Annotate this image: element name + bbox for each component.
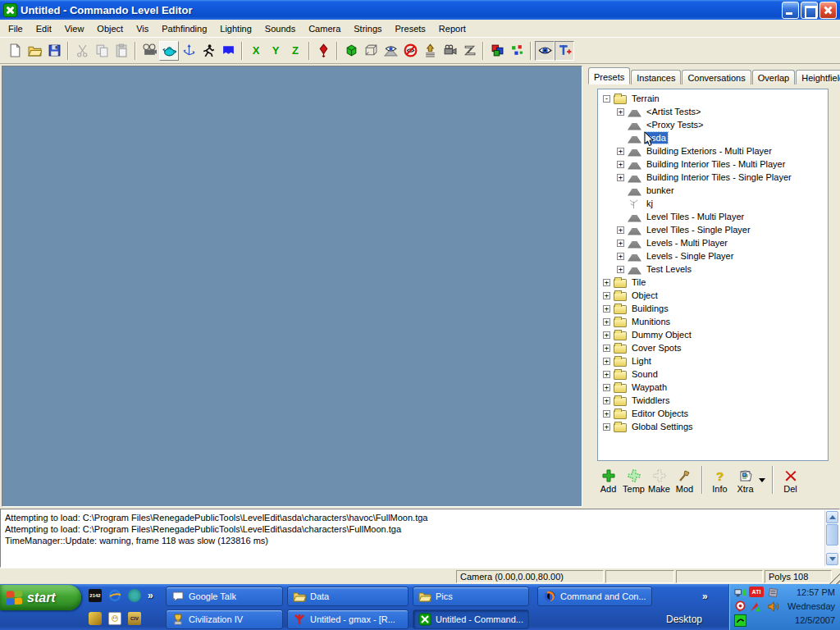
waypoint-flag-icon[interactable] [218,41,238,61]
tree-expander-icon[interactable]: + [603,384,610,391]
tree-item[interactable]: +Level Tiles - Single Player [598,223,828,236]
scroll-thumb[interactable] [826,524,838,546]
desktop-label[interactable]: Desktop [666,614,702,625]
tab-instances[interactable]: Instances [631,70,681,84]
menu-report[interactable]: Report [432,21,472,36]
task-commando-editor[interactable]: Untitled - Command... [413,609,529,629]
tree-expander-icon[interactable]: + [603,331,610,339]
menu-presets[interactable]: Presets [389,21,432,36]
spinner-top-icon[interactable] [313,41,333,61]
civilization-icon[interactable]: CIV [128,612,141,625]
tree-item[interactable]: +Waypath [598,381,828,394]
tree-expander-icon[interactable]: + [603,371,610,378]
axis-y-icon[interactable]: Y [266,41,285,61]
tree-expander-icon[interactable]: - [603,95,610,103]
tree-item[interactable]: +Twiddlers [598,394,828,407]
network-icon[interactable] [734,587,746,599]
tab-presets[interactable]: Presets [588,67,630,84]
menu-vis[interactable]: Vis [130,21,155,36]
tree-expander-icon[interactable]: + [617,161,624,168]
title-bar[interactable]: Untitled - Commando Level Editor [0,0,840,20]
notepad-doc-icon[interactable] [108,612,121,625]
tree-expander-icon[interactable]: + [617,148,624,155]
running-man-icon[interactable] [199,41,218,61]
tree-item[interactable]: +kj [598,197,828,210]
tree-item[interactable]: +bunker [598,184,828,197]
movie-camera-icon[interactable] [139,41,159,61]
tree-expander-icon[interactable]: + [603,279,610,286]
bf2142-icon[interactable]: 2142 [89,589,102,602]
task-civilization-iv[interactable]: Civilization IV [166,609,283,629]
tree-item[interactable]: +Building Interior Tiles - Single Player [598,171,828,184]
xtra-dropdown-arrow[interactable] [759,478,765,482]
tree-expander-icon[interactable]: + [617,108,624,116]
tree-expander-icon[interactable]: + [603,410,610,418]
task-gmax[interactable]: Untitled - gmax - [R... [287,609,409,629]
menu-file[interactable]: File [2,21,30,36]
menu-camera[interactable]: Camera [302,21,347,36]
internet-explorer-icon[interactable] [108,589,121,602]
menu-edit[interactable]: Edit [30,21,58,36]
tree-expander-icon[interactable]: + [617,266,624,273]
menu-lighting[interactable]: Lighting [213,21,258,36]
tree-expander-icon[interactable]: + [617,226,624,234]
start-button[interactable]: start [0,585,81,610]
text-tool-icon[interactable] [555,41,574,61]
tree-item[interactable]: +Buildings [598,302,828,315]
info-button[interactable]: ? Info [707,468,733,494]
tree-item[interactable]: +<Proxy Tests> [598,118,828,131]
tab-conversations[interactable]: Conversations [682,70,751,84]
tree-expander-icon[interactable]: + [603,358,610,365]
menu-strings[interactable]: Strings [347,21,388,36]
task-data[interactable]: Data [287,587,409,606]
task-command-and-conquer[interactable]: Command and Con... [537,587,652,606]
del-button[interactable]: Del [778,468,803,494]
menu-sounds[interactable]: Sounds [258,21,302,36]
teapot-icon[interactable] [159,41,179,61]
group-cubes-icon[interactable] [487,41,507,61]
tree-expander-icon[interactable]: + [617,240,624,247]
tab-overlap[interactable]: Overlap [752,70,796,84]
visibility-eye-icon[interactable] [535,41,555,61]
tree-expander-icon[interactable]: + [603,423,610,431]
open-folder-icon[interactable] [25,41,44,61]
camera-icon[interactable] [440,41,459,61]
tree-item[interactable]: +Object [598,289,828,302]
tree-item[interactable]: +asda [598,131,828,144]
tree-expander-icon[interactable]: + [603,397,610,404]
temp-button[interactable]: Temp [621,468,646,494]
taskbar-overflow-icon[interactable]: » [702,591,708,602]
tree-expander-icon[interactable]: + [603,292,610,299]
tree-expander-icon[interactable]: + [603,318,610,326]
quick-launch-overflow-icon[interactable]: » [148,590,153,601]
wire-cube-icon[interactable] [361,41,381,61]
log-scrollbar[interactable] [824,510,838,566]
tree-item[interactable]: +<Artist Tests> [598,105,828,118]
pidgin-icon[interactable] [734,600,746,613]
axis-x-icon[interactable]: X [246,41,266,61]
3d-viewport[interactable] [2,66,582,507]
menu-view[interactable]: View [58,21,91,36]
tree-item[interactable]: +Sound [598,368,828,381]
scroll-down-icon[interactable] [826,553,838,565]
mod-button[interactable]: Mod [672,468,697,494]
tree-item[interactable]: +Dummy Object [598,328,828,341]
make-button[interactable]: Make [646,468,672,494]
preset-tree[interactable]: -Terrain+<Artist Tests>+<Proxy Tests>+as… [597,89,829,461]
tab-heightfield[interactable]: Heightfield [796,70,840,84]
tree-item[interactable]: +Light [598,354,828,368]
z-polygon-icon[interactable] [459,41,479,61]
tree-item[interactable]: +Building Exteriors - Multi Player [598,144,828,158]
close-button[interactable] [819,2,837,19]
tree-item[interactable]: +Level Tiles - Multi Player [598,210,828,223]
tree-expander-icon[interactable]: + [617,174,624,181]
menu-pathfinding[interactable]: Pathfinding [155,21,213,36]
tree-item[interactable]: +Test Levels [598,262,828,276]
new-document-icon[interactable] [5,41,25,61]
axis-z-icon[interactable]: Z [285,41,305,61]
task-pics[interactable]: Pics [413,587,529,606]
task-google-talk[interactable]: Google Talk [166,587,283,606]
tree-item[interactable]: -Terrain [598,92,828,105]
tree-item[interactable]: +Levels - Single Player [598,249,828,262]
scroll-up-icon[interactable] [826,511,838,523]
